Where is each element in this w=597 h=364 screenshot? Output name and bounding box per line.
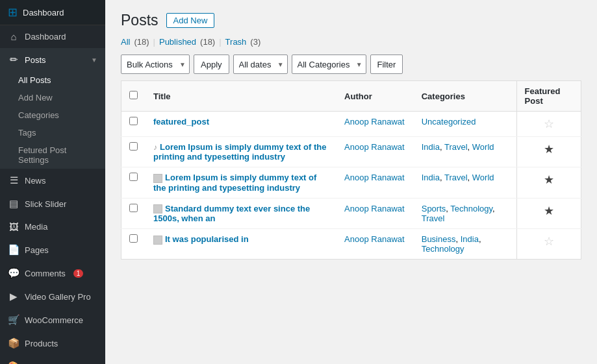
sidebar-item-label: WooCommerce <box>25 315 83 325</box>
pages-icon: 📄 <box>8 244 19 256</box>
category-link[interactable]: Uncategorized <box>422 117 476 127</box>
category-link[interactable]: World <box>472 173 494 182</box>
video-icon: ▶ <box>8 291 19 302</box>
category-link[interactable]: Sports <box>422 204 446 213</box>
published-link[interactable]: Published <box>159 37 196 47</box>
row-author-cell: Anoop Ranawat <box>337 112 414 137</box>
row-checkbox[interactable] <box>129 117 138 125</box>
sidebar-item-woocommerce[interactable]: 🛒 WooCommerce <box>0 308 105 332</box>
add-new-button[interactable]: Add New <box>166 13 215 28</box>
col-categories-header[interactable]: Categories <box>414 81 516 112</box>
featured-star[interactable]: ★ <box>544 173 554 187</box>
wordpress-icon: ⊞ <box>8 5 18 19</box>
row-checkbox[interactable] <box>129 234 138 243</box>
posts-table: Title Author Categories Featured Post fe… <box>121 80 581 260</box>
featured-star[interactable]: ☆ <box>544 234 554 249</box>
row-featured-cell: ☆ <box>516 112 581 137</box>
post-title-link[interactable]: Lorem Ipsum is simply dummy text of the … <box>153 173 316 193</box>
col-author-header[interactable]: Author <box>337 81 414 112</box>
all-categories-select[interactable]: All Categories <box>292 55 366 74</box>
sidebar-item-products[interactable]: 📦 Products <box>0 332 105 355</box>
row-checkbox[interactable] <box>129 204 138 212</box>
sidebar-sub-featured-post-settings[interactable]: Fetured Post Settings <box>0 141 105 169</box>
table-row: featured_postAnoop RanawatUncategorized☆ <box>121 112 581 137</box>
category-link[interactable]: Travel <box>444 142 468 152</box>
image-icon <box>153 174 162 183</box>
sidebar-sub-tags[interactable]: Tags <box>0 124 105 141</box>
table-row: Lorem Ipsum is simply dummy text of the … <box>121 167 581 199</box>
sep2: | <box>219 37 221 47</box>
page-header: Posts Add New <box>121 13 581 28</box>
category-link[interactable]: Technology <box>450 204 492 213</box>
category-link[interactable]: Travel <box>422 213 445 223</box>
sidebar-sub-add-new[interactable]: Add New <box>0 89 105 106</box>
sidebar-item-slick-slider[interactable]: ▤ Slick Slider <box>0 192 105 215</box>
bulk-actions-select[interactable]: Bulk Actions <box>121 55 190 74</box>
category-link[interactable]: World <box>472 142 494 152</box>
row-checkbox-cell <box>121 229 146 260</box>
col-featured-header[interactable]: Featured Post <box>516 81 581 112</box>
trash-link[interactable]: Trash <box>225 37 247 47</box>
table-header-row: Title Author Categories Featured Post <box>121 81 581 112</box>
category-link[interactable]: India <box>461 234 479 244</box>
row-checkbox[interactable] <box>129 173 138 181</box>
posts-icon: ✏ <box>8 54 19 66</box>
trash-count: (3) <box>250 37 260 47</box>
author-link[interactable]: Anoop Ranawat <box>344 204 405 213</box>
all-link[interactable]: All <box>121 37 130 47</box>
row-checkbox-cell <box>121 198 146 229</box>
category-link[interactable]: India <box>422 142 440 152</box>
sidebar-item-dashboard[interactable]: ⌂ Dashboard <box>0 25 105 48</box>
category-link[interactable]: Technology <box>422 244 464 254</box>
comments-badge: 1 <box>73 269 84 278</box>
sep1: | <box>153 37 155 47</box>
news-icon: ☰ <box>8 175 19 186</box>
sidebar-logo-label: Dashboard <box>23 8 64 18</box>
sidebar-item-posts[interactable]: ✏ Posts ▼ <box>0 48 105 71</box>
sidebar-item-comments[interactable]: 💬 Comments 1 <box>0 261 105 285</box>
sidebar-item-pages[interactable]: 📄 Pages <box>0 238 105 261</box>
sidebar-item-label: Appearance <box>25 362 70 365</box>
sidebar-logo[interactable]: ⊞ Dashboard <box>0 0 105 25</box>
image-icon <box>153 204 162 213</box>
row-title-cell: featured_post <box>146 112 337 137</box>
image-icon <box>153 236 162 245</box>
sidebar-item-media[interactable]: 🖼 Media <box>0 215 105 238</box>
post-title-link[interactable]: It was popularised in <box>165 234 249 244</box>
author-link[interactable]: Anoop Ranawat <box>344 117 405 127</box>
row-featured-cell: ★ <box>516 198 581 229</box>
post-title-link[interactable]: Lorem Ipsum is simply dummy text of the … <box>153 142 326 162</box>
comments-icon: 💬 <box>8 267 19 279</box>
author-link[interactable]: Anoop Ranawat <box>344 234 405 244</box>
post-title-link[interactable]: Standard dummy text ever since the 1500s… <box>153 204 310 224</box>
category-link[interactable]: Business <box>422 234 456 244</box>
featured-star[interactable]: ☆ <box>544 117 554 131</box>
sidebar-sub-all-posts[interactable]: All Posts <box>0 71 105 89</box>
sidebar-item-label: News <box>25 176 46 186</box>
featured-star[interactable]: ★ <box>544 142 554 156</box>
published-count: (18) <box>200 37 215 47</box>
row-author-cell: Anoop Ranawat <box>337 167 414 199</box>
col-title-header[interactable]: Title <box>146 81 337 112</box>
sidebar-item-appearance[interactable]: 🎨 Appearance <box>0 355 105 364</box>
author-link[interactable]: Anoop Ranawat <box>344 142 405 152</box>
slick-slider-icon: ▤ <box>8 198 19 210</box>
apply-button[interactable]: Apply <box>194 55 229 74</box>
select-all-checkbox[interactable] <box>129 91 138 99</box>
row-categories-cell: Sports, Technology, Travel <box>414 198 516 229</box>
category-link[interactable]: Travel <box>444 173 468 182</box>
category-link[interactable]: India <box>422 173 440 182</box>
all-dates-select[interactable]: All dates <box>233 55 288 74</box>
featured-star[interactable]: ★ <box>544 204 554 218</box>
sidebar-item-news[interactable]: ☰ News <box>0 169 105 192</box>
bulk-actions-wrap: Bulk Actions ▼ <box>121 55 190 74</box>
row-title-cell: Lorem Ipsum is simply dummy text of the … <box>146 167 337 199</box>
row-title-cell: ♪Lorem Ipsum is simply dummy text of the… <box>146 137 337 167</box>
appearance-icon: 🎨 <box>8 361 19 364</box>
sidebar-sub-categories[interactable]: Categories <box>0 106 105 124</box>
filter-button[interactable]: Filter <box>370 55 403 74</box>
post-title-link[interactable]: featured_post <box>153 117 209 127</box>
sidebar-item-video-gallery-pro[interactable]: ▶ Video Gallery Pro <box>0 285 105 308</box>
author-link[interactable]: Anoop Ranawat <box>344 173 405 182</box>
row-checkbox[interactable] <box>129 142 138 151</box>
